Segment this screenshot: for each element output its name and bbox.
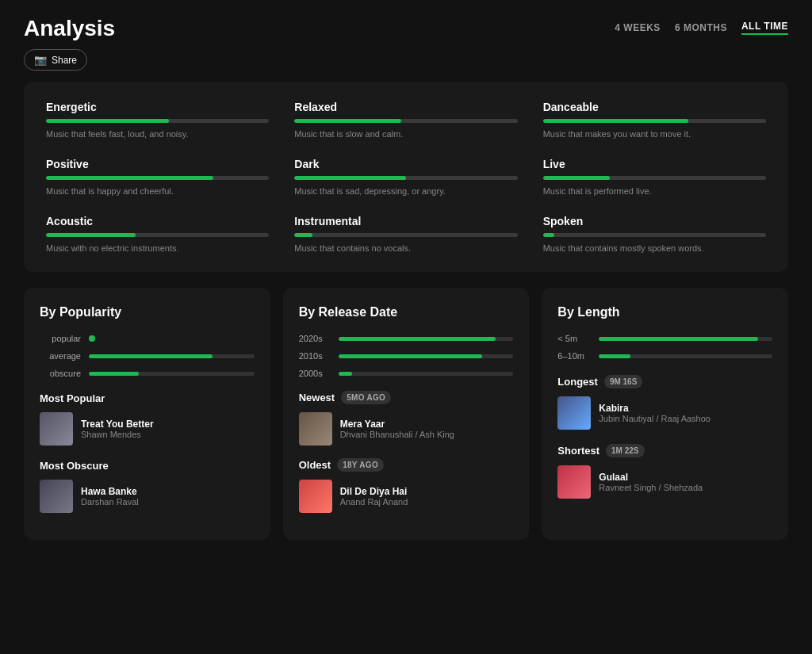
trait-bar-bg xyxy=(294,233,517,237)
filter-4weeks[interactable]: 4 WEEKS xyxy=(615,22,661,33)
song-thumbnail xyxy=(40,412,73,446)
trait-name: Spoken xyxy=(543,215,766,228)
trait-bar-bg xyxy=(294,176,517,180)
song-info: Kabira Jubin Nautiyal / Raaj Aashoo xyxy=(599,403,710,423)
page-header: Analysis 📷 Share 4 WEEKS 6 MONTHS ALL TI… xyxy=(24,16,788,71)
oldest-badge: 18Y AGO xyxy=(337,458,384,472)
trait-bar-bg xyxy=(543,119,766,123)
trait-name: Live xyxy=(543,158,766,170)
pop-label: obscure xyxy=(40,369,81,378)
most-popular-label: Most Popular xyxy=(40,392,255,404)
newest-title: Newest xyxy=(299,392,335,403)
trait-dark: Dark Music that is sad, depressing, or a… xyxy=(294,158,517,196)
trait-bar-bg xyxy=(46,119,269,123)
card-title: By Length xyxy=(557,305,772,319)
trait-desc: Music with no electric instruments. xyxy=(46,243,269,253)
longest-song: Kabira Jubin Nautiyal / Raaj Aashoo xyxy=(557,396,772,430)
song-name: Kabira xyxy=(599,403,710,414)
pop-dot xyxy=(89,335,95,342)
length-bar-bg xyxy=(599,337,772,341)
song-info: Dil De Diya Hai Anand Raj Anand xyxy=(340,486,408,507)
trait-desc: Music that contains mostly spoken words. xyxy=(543,243,766,253)
song-artist: Dhvani Bhanushali / Ash King xyxy=(340,430,454,439)
trait-bar-fill xyxy=(294,233,312,237)
trait-bar-fill xyxy=(46,176,213,180)
release-date-card: By Release Date 2020s 2010s 2000s Newest… xyxy=(283,288,530,540)
card-title: By Release Date xyxy=(299,305,514,319)
length-label: < 5m xyxy=(557,334,591,343)
length-bar-fill xyxy=(599,337,758,341)
song-artist: Jubin Nautiyal / Raaj Aashoo xyxy=(599,414,710,423)
newest-section: Newest 5MO AGO Mera Yaar Dhvani Bhanusha… xyxy=(299,391,514,446)
pop-bar-fill xyxy=(89,372,139,376)
traits-card: Energetic Music that feels fast, loud, a… xyxy=(24,82,788,272)
most-obscure-song: Hawa Banke Darshan Raval xyxy=(40,480,255,513)
trait-desc: Music that makes you want to move it. xyxy=(543,129,766,139)
trait-bar-bg xyxy=(46,233,269,237)
share-label: Share xyxy=(52,55,77,66)
song-thumbnail xyxy=(557,465,591,499)
release-label: 2010s xyxy=(299,351,331,361)
trait-desc: Music that is performed live. xyxy=(543,186,766,196)
trait-name: Energetic xyxy=(46,101,269,113)
trait-bar-bg xyxy=(543,233,766,237)
trait-relaxed: Relaxed Music that is slow and calm. xyxy=(294,101,517,139)
pop-label: average xyxy=(40,351,81,361)
trait-bar-fill xyxy=(543,233,554,237)
trait-bar-bg xyxy=(543,176,766,180)
oldest-section: Oldest 18Y AGO Dil De Diya Hai Anand Raj… xyxy=(299,458,514,513)
by-length-card: By Length < 5m 6–10m Longest 9M 16S Kabi… xyxy=(542,288,788,540)
release-bar-fill xyxy=(339,372,353,376)
newest-badge: 5MO AGO xyxy=(341,391,391,404)
shortest-song: Gulaal Ravneet Singh / Shehzada xyxy=(557,465,772,499)
trait-bar-fill xyxy=(543,176,610,180)
song-info: Mera Yaar Dhvani Bhanushali / Ash King xyxy=(340,419,454,439)
release-row-2000s: 2000s xyxy=(299,369,514,378)
longest-section: Longest 9M 16S Kabira Jubin Nautiyal / R… xyxy=(557,375,772,430)
shortest-header: Shortest 1M 22S xyxy=(557,444,772,457)
song-thumbnail xyxy=(299,412,332,446)
oldest-header: Oldest 18Y AGO xyxy=(299,458,514,472)
shortest-title: Shortest xyxy=(557,445,599,457)
longest-header: Longest 9M 16S xyxy=(557,375,772,388)
filter-alltime[interactable]: ALL TIME xyxy=(741,21,788,35)
song-name: Treat You Better xyxy=(81,419,154,430)
filter-6months[interactable]: 6 MONTHS xyxy=(675,22,727,33)
trait-bar-fill xyxy=(543,119,688,123)
page-title: Analysis xyxy=(24,16,115,41)
trait-desc: Music that feels fast, loud, and noisy. xyxy=(46,129,269,139)
trait-bar-fill xyxy=(46,233,136,237)
card-title: By Popularity xyxy=(40,305,255,319)
pop-row-popular: popular xyxy=(40,334,255,343)
song-name: Hawa Banke xyxy=(81,486,139,497)
song-info: Treat You Better Shawn Mendes xyxy=(81,419,154,439)
song-info: Hawa Banke Darshan Raval xyxy=(81,486,139,507)
song-thumbnail xyxy=(40,480,73,513)
song-thumbnail xyxy=(299,480,332,513)
trait-instrumental: Instrumental Music that contains no voca… xyxy=(294,215,517,253)
pop-bar-fill xyxy=(89,354,213,358)
song-artist: Ravneet Singh / Shehzada xyxy=(599,483,703,492)
release-bar-bg xyxy=(339,372,514,376)
release-bar-bg xyxy=(339,337,514,341)
share-button[interactable]: 📷 Share xyxy=(24,49,87,71)
trait-name: Positive xyxy=(46,158,269,170)
trait-bar-fill xyxy=(294,176,406,180)
release-bar-bg xyxy=(339,354,514,358)
length-bar-bg xyxy=(599,354,772,358)
song-artist: Shawn Mendes xyxy=(81,430,154,439)
release-row-2010s: 2010s xyxy=(299,351,514,361)
longest-title: Longest xyxy=(557,376,598,388)
length-row-5m: < 5m xyxy=(557,334,772,343)
shortest-section: Shortest 1M 22S Gulaal Ravneet Singh / S… xyxy=(557,444,772,499)
song-artist: Anand Raj Anand xyxy=(340,497,408,507)
pop-bar-bg xyxy=(89,354,255,358)
song-name: Dil De Diya Hai xyxy=(340,486,408,497)
song-artist: Darshan Raval xyxy=(81,497,139,507)
trait-positive: Positive Music that is happy and cheerfu… xyxy=(46,158,269,196)
length-bar-fill xyxy=(599,354,630,358)
length-label: 6–10m xyxy=(557,351,591,361)
song-thumbnail xyxy=(557,396,591,430)
pop-row-obscure: obscure xyxy=(40,369,255,378)
popularity-card: By Popularity popular average obscure Mo… xyxy=(24,288,270,540)
